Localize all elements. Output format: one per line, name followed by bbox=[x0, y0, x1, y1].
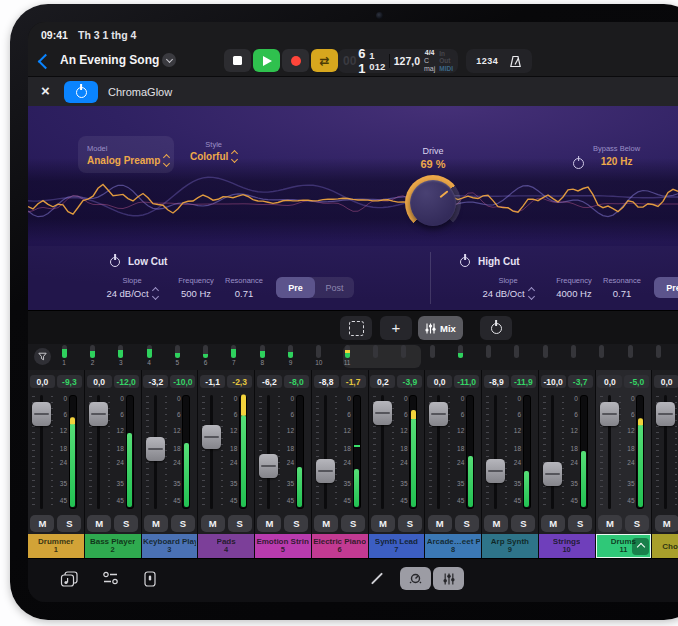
song-title[interactable]: An Evening Song bbox=[60, 53, 159, 67]
peak-readout[interactable]: -5,0 bbox=[624, 375, 649, 388]
peak-readout[interactable]: -1,7 bbox=[341, 375, 366, 388]
volume-readout[interactable]: 0,0 bbox=[597, 375, 622, 388]
mixer-view-button[interactable] bbox=[433, 567, 464, 590]
high-cut-slope[interactable]: Slope 24 dB/Oct bbox=[480, 276, 536, 299]
volume-readout[interactable]: 0,0 bbox=[30, 375, 55, 388]
fader-handle[interactable] bbox=[429, 402, 448, 426]
song-menu-button[interactable] bbox=[162, 53, 176, 67]
high-cut-resonance[interactable]: Resonance 0.71 bbox=[596, 276, 648, 299]
fader-handle[interactable] bbox=[259, 454, 278, 478]
peak-readout[interactable]: -12,0 bbox=[114, 375, 139, 388]
peak-readout[interactable]: -11,0 bbox=[454, 375, 479, 388]
mute-button[interactable]: M bbox=[257, 515, 281, 532]
smart-controls-button[interactable] bbox=[400, 567, 431, 590]
peak-readout[interactable]: -2,3 bbox=[227, 375, 252, 388]
volume-readout[interactable]: 0,2 bbox=[370, 375, 395, 388]
play-button[interactable] bbox=[253, 49, 280, 72]
solo-button[interactable]: S bbox=[511, 515, 535, 532]
mute-button[interactable]: M bbox=[201, 515, 225, 532]
loop-browser-button[interactable] bbox=[60, 571, 79, 588]
fader-handle[interactable] bbox=[656, 402, 675, 426]
fader-handle[interactable] bbox=[600, 402, 619, 426]
fader-handle[interactable] bbox=[373, 401, 392, 425]
high-cut-frequency[interactable]: Frequency 4000 Hz bbox=[548, 276, 600, 299]
track-name-label[interactable]: Pads4 bbox=[198, 534, 254, 558]
track-name-label[interactable]: Drummer1 bbox=[28, 534, 84, 558]
peak-readout[interactable]: -11,9 bbox=[511, 375, 536, 388]
fader-handle[interactable] bbox=[202, 425, 221, 449]
track-name-label[interactable]: Chorus V bbox=[652, 534, 678, 558]
low-cut-power-button[interactable] bbox=[110, 257, 120, 267]
peak-readout[interactable]: -9,3 bbox=[57, 375, 82, 388]
fader-tile-button[interactable] bbox=[144, 571, 156, 587]
collapse-button[interactable] bbox=[632, 538, 649, 555]
volume-readout[interactable]: -8,8 bbox=[314, 375, 339, 388]
record-button[interactable] bbox=[282, 49, 309, 72]
stop-button[interactable] bbox=[224, 49, 251, 72]
volume-readout[interactable]: -10,0 bbox=[541, 375, 566, 388]
track-name-label[interactable]: Strings10 bbox=[539, 534, 595, 558]
fader-handle[interactable] bbox=[32, 402, 51, 426]
low-cut-resonance[interactable]: Resonance 0.71 bbox=[218, 276, 270, 299]
mute-button[interactable]: M bbox=[428, 515, 452, 532]
fader-handle[interactable] bbox=[316, 459, 335, 483]
cycle-button[interactable]: ⇄ bbox=[311, 49, 338, 72]
fader-handle[interactable] bbox=[146, 437, 165, 461]
drive-knob[interactable] bbox=[405, 175, 461, 231]
track-name-label[interactable]: Keyboard Player3 bbox=[142, 534, 198, 558]
low-cut-frequency[interactable]: Frequency 500 Hz bbox=[170, 276, 222, 299]
fader-handle[interactable] bbox=[543, 462, 562, 486]
metronome-icon[interactable] bbox=[509, 55, 522, 68]
solo-button[interactable]: S bbox=[171, 515, 195, 532]
volume-readout[interactable]: 0,0 bbox=[427, 375, 452, 388]
lcd-display[interactable]: 00 6 1 1 012 127,0 4/4 C maj In Out MIDI bbox=[338, 49, 458, 73]
marquee-button[interactable] bbox=[340, 316, 372, 340]
mute-button[interactable]: M bbox=[655, 515, 678, 532]
peak-readout[interactable]: -3,9 bbox=[397, 375, 422, 388]
pencil-tool-button[interactable] bbox=[376, 571, 378, 586]
track-name-label[interactable]: Synth Lead7 bbox=[369, 534, 425, 558]
volume-readout[interactable]: -3,2 bbox=[143, 375, 168, 388]
mute-button[interactable]: M bbox=[541, 515, 565, 532]
solo-button[interactable]: S bbox=[568, 515, 592, 532]
track-name-label[interactable]: Emotion Strings5 bbox=[255, 534, 311, 558]
mute-button[interactable]: M bbox=[144, 515, 168, 532]
track-name-label[interactable]: Arcade…eet Pad8 bbox=[425, 534, 481, 558]
add-track-button[interactable]: + bbox=[380, 316, 412, 340]
model-selector[interactable]: Model Analog Preamp bbox=[78, 136, 174, 173]
volume-readout[interactable]: -1,1 bbox=[200, 375, 225, 388]
filter-button[interactable] bbox=[34, 348, 51, 365]
plugins-button[interactable] bbox=[102, 571, 119, 585]
peak-readout[interactable]: -3,7 bbox=[568, 375, 593, 388]
count-in-button[interactable]: 1234 bbox=[476, 56, 498, 66]
close-plugin-button[interactable]: × bbox=[41, 82, 50, 99]
solo-button[interactable]: S bbox=[625, 515, 649, 532]
high-cut-power-button[interactable] bbox=[460, 257, 470, 267]
volume-readout[interactable]: -6,2 bbox=[257, 375, 282, 388]
track-name-label[interactable]: Arp Synth9 bbox=[482, 534, 538, 558]
solo-button[interactable]: S bbox=[114, 515, 138, 532]
peak-readout[interactable]: -8,0 bbox=[284, 375, 309, 388]
pre-option[interactable]: Pre bbox=[276, 277, 315, 298]
peak-readout[interactable]: -10,0 bbox=[170, 375, 195, 388]
track-name-label[interactable]: Electric Piano6 bbox=[312, 534, 368, 558]
bypass-power-button[interactable] bbox=[573, 155, 584, 173]
pre-option[interactable]: Pre bbox=[654, 277, 678, 298]
mute-button[interactable]: M bbox=[371, 515, 395, 532]
solo-button[interactable]: S bbox=[228, 515, 252, 532]
post-option[interactable]: Post bbox=[315, 277, 354, 298]
plugin-power-button[interactable] bbox=[64, 81, 98, 103]
solo-button[interactable]: S bbox=[398, 515, 422, 532]
fader-handle[interactable] bbox=[486, 459, 505, 483]
solo-button[interactable]: S bbox=[57, 515, 81, 532]
volume-readout[interactable]: -8,9 bbox=[484, 375, 509, 388]
back-button[interactable] bbox=[40, 53, 51, 71]
mute-button[interactable]: M bbox=[484, 515, 508, 532]
mute-button[interactable]: M bbox=[314, 515, 338, 532]
style-selector[interactable]: Style Colorful bbox=[190, 140, 237, 162]
volume-readout[interactable]: 0,0 bbox=[654, 375, 678, 388]
mute-button[interactable]: M bbox=[87, 515, 111, 532]
mix-button[interactable]: Mix bbox=[418, 316, 463, 340]
track-name-label[interactable]: Bass Player2 bbox=[85, 534, 141, 558]
solo-button[interactable]: S bbox=[341, 515, 365, 532]
